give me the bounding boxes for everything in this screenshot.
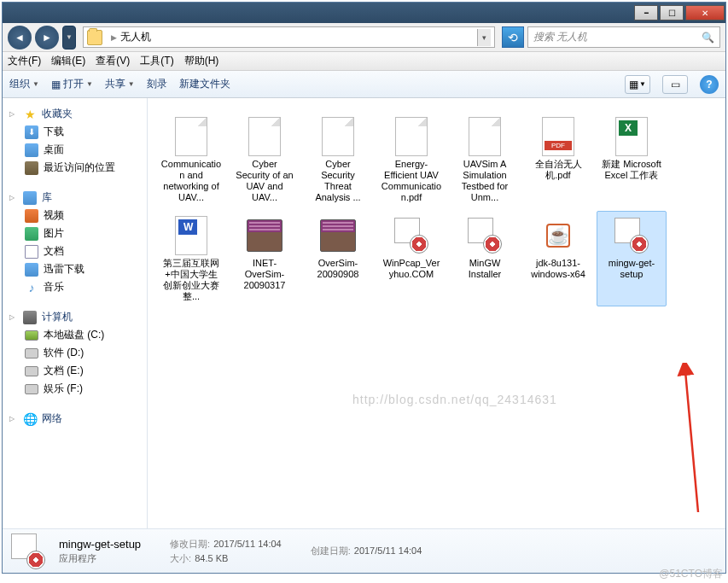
file-icon — [171, 116, 212, 157]
details-file-name: mingw-get-setup — [59, 538, 141, 551]
details-created-label: 创建日期: — [311, 545, 351, 556]
titlebar — [3, 3, 725, 23]
refresh-button[interactable]: ⟲ — [502, 26, 524, 48]
menu-file[interactable]: 文件(F) — [8, 54, 41, 68]
file-name-label: jdk-8u131-windows-x64 — [527, 258, 589, 280]
file-icon — [391, 116, 432, 157]
file-item-1[interactable]: Cyber Security of an UAV and UAV... — [230, 112, 300, 207]
share-button[interactable]: 共享▼ — [105, 77, 135, 91]
sidebar-favorites-header[interactable]: ▷★收藏夹 — [3, 105, 147, 123]
file-item-0[interactable]: Communication and networking of UAV... — [156, 112, 226, 207]
file-icon — [538, 215, 579, 256]
file-item-6[interactable]: 新建 Microsoft Excel 工作表 — [597, 112, 667, 207]
open-button[interactable]: ▦打开▼ — [51, 77, 93, 91]
preview-pane-button[interactable]: ▭ — [662, 75, 688, 94]
details-modified-value: 2017/5/11 14:04 — [213, 539, 282, 549]
file-name-label: WinPcap_Veryhuo.COM — [381, 258, 442, 280]
history-dropdown[interactable]: ▼ — [62, 26, 76, 50]
menu-help[interactable]: 帮助(H) — [184, 54, 219, 68]
sidebar-item-documents[interactable]: 文档 — [3, 242, 147, 260]
sidebar-item-drive-f[interactable]: 娱乐 (F:) — [3, 380, 147, 398]
details-size-value: 84.5 KB — [195, 553, 228, 563]
menu-view[interactable]: 查看(V) — [96, 54, 130, 68]
file-icon — [464, 116, 505, 157]
new-folder-button[interactable]: 新建文件夹 — [179, 77, 230, 91]
file-item-8[interactable]: INET-OverSim-20090317 — [230, 211, 300, 306]
breadcrumb-separator: ▶ — [111, 33, 117, 42]
file-icon — [391, 215, 432, 256]
view-mode-button[interactable]: ▦▼ — [625, 75, 650, 94]
close-button[interactable] — [685, 5, 725, 20]
help-button[interactable]: ? — [700, 75, 719, 94]
file-icon — [538, 116, 579, 157]
file-item-9[interactable]: OverSim-20090908 — [303, 211, 373, 306]
file-icon — [317, 215, 358, 256]
toolbar: 组织▼ ▦打开▼ 共享▼ 刻录 新建文件夹 ▦▼ ▭ ? — [3, 71, 725, 98]
watermark-text: http://blog.csdn.net/qq_24314631 — [352, 393, 557, 406]
burn-button[interactable]: 刻录 — [147, 77, 167, 91]
details-created-value: 2017/5/11 14:04 — [354, 545, 422, 556]
search-input[interactable]: 搜索 无人机 🔍 — [527, 26, 720, 48]
file-name-label: MinGW Installer — [454, 258, 515, 280]
file-item-4[interactable]: UAVSim A Simulation Testbed for Unm... — [450, 112, 520, 207]
annotation-arrow — [549, 363, 702, 516]
sidebar-network-header[interactable]: ▷🌐网络 — [3, 410, 147, 428]
corner-watermark: @51CTO博客 — [659, 567, 723, 581]
file-icon — [464, 215, 505, 256]
file-icon — [244, 116, 285, 157]
file-item-2[interactable]: Cyber Security Threat Analysis ... — [303, 112, 373, 207]
search-placeholder: 搜索 无人机 — [533, 30, 587, 44]
file-name-label: Cyber Security Threat Analysis ... — [307, 159, 369, 203]
file-item-10[interactable]: WinPcap_Veryhuo.COM — [376, 211, 446, 306]
sidebar-item-drive-d[interactable]: 软件 (D:) — [3, 344, 147, 362]
maximize-button[interactable] — [660, 5, 684, 20]
search-icon: 🔍 — [702, 32, 714, 44]
file-pane[interactable]: Communication and networking of UAV...Cy… — [148, 98, 725, 528]
file-name-label: mingw-get-setup — [601, 258, 662, 280]
file-item-7[interactable]: 第三届互联网+中国大学生创新创业大赛整... — [156, 211, 226, 306]
forward-button[interactable]: ► — [35, 26, 59, 50]
file-icon — [171, 215, 212, 256]
current-folder[interactable]: 无人机 — [120, 30, 151, 44]
details-file-type: 应用程序 — [59, 552, 141, 565]
address-bar[interactable]: ▶ 无人机 ▾ — [83, 26, 495, 48]
file-item-5[interactable]: 全自治无人机.pdf — [523, 112, 593, 207]
details-file-icon — [11, 533, 47, 569]
file-name-label: 全自治无人机.pdf — [527, 159, 589, 181]
sidebar-item-drive-e[interactable]: 文档 (E:) — [3, 362, 147, 380]
organize-button[interactable]: 组织▼ — [9, 77, 39, 91]
file-item-13[interactable]: mingw-get-setup — [597, 211, 667, 306]
file-item-3[interactable]: Energy-Efficient UAV Communication.pdf — [376, 112, 446, 207]
file-name-label: 新建 Microsoft Excel 工作表 — [601, 159, 662, 181]
folder-icon — [87, 30, 102, 45]
minimize-button[interactable] — [634, 5, 658, 20]
sidebar-item-pictures[interactable]: 图片 — [3, 224, 147, 242]
file-name-label: Communication and networking of UAV... — [160, 159, 222, 203]
menu-edit[interactable]: 编辑(E) — [51, 54, 85, 68]
file-item-11[interactable]: MinGW Installer — [450, 211, 520, 306]
file-item-12[interactable]: jdk-8u131-windows-x64 — [523, 211, 593, 306]
sidebar-item-xunlei[interactable]: 迅雷下载 — [3, 260, 147, 278]
address-dropdown[interactable]: ▾ — [477, 29, 491, 46]
sidebar-item-downloads[interactable]: 下载 — [3, 123, 147, 141]
menu-tools[interactable]: 工具(T) — [140, 54, 173, 68]
file-name-label: 第三届互联网+中国大学生创新创业大赛整... — [160, 258, 222, 302]
sidebar-item-drive-c[interactable]: 本地磁盘 (C:) — [3, 326, 147, 344]
back-button[interactable]: ◄ — [8, 26, 32, 50]
menu-bar: 文件(F) 编辑(E) 查看(V) 工具(T) 帮助(H) — [3, 52, 725, 71]
sidebar-computer-header[interactable]: ▷计算机 — [3, 308, 147, 326]
sidebar-item-videos[interactable]: 视频 — [3, 207, 147, 224]
svg-line-0 — [685, 371, 698, 512]
file-name-label: INET-OverSim-20090317 — [234, 258, 295, 291]
sidebar-item-music[interactable]: ♪音乐 — [3, 278, 147, 296]
file-name-label: Cyber Security of an UAV and UAV... — [234, 159, 295, 203]
sidebar-item-desktop[interactable]: 桌面 — [3, 141, 147, 159]
file-name-label: UAVSim A Simulation Testbed for Unm... — [454, 159, 515, 203]
file-icon — [611, 116, 652, 157]
sidebar-item-recent[interactable]: 最近访问的位置 — [3, 159, 147, 177]
details-pane: mingw-get-setup 应用程序 修改日期:2017/5/11 14:0… — [3, 528, 725, 573]
details-modified-label: 修改日期: — [170, 539, 210, 549]
sidebar-libraries-header[interactable]: ▷库 — [3, 189, 147, 207]
file-icon — [317, 116, 358, 157]
file-name-label: Energy-Efficient UAV Communication.pdf — [381, 159, 442, 203]
